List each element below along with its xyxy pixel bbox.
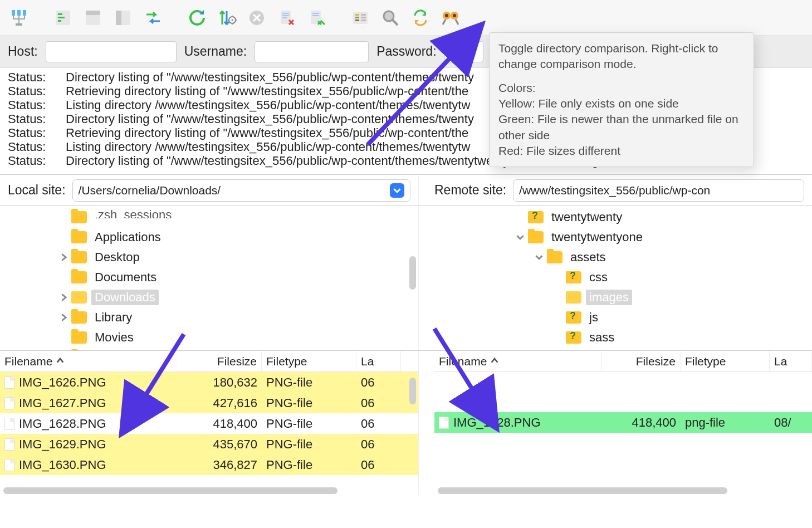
remote-site-select[interactable]: /www/testingsitex_556/public/wp-con: [513, 179, 804, 202]
tree-item[interactable]: Library: [0, 307, 418, 327]
file-row[interactable]: IMG_1627.PNG427,616PNG-file06: [0, 393, 418, 413]
tree-item[interactable]: twentytwenty: [419, 207, 812, 227]
file-name-cell: IMG_1626.PNG: [0, 375, 178, 390]
column-header[interactable]: Filesize: [601, 351, 680, 371]
svg-rect-20: [312, 13, 319, 14]
horizontal-scrollbar[interactable]: [434, 486, 812, 496]
expand-arrow-icon[interactable]: [57, 311, 70, 324]
column-header[interactable]: Filename: [434, 351, 601, 371]
folder-icon: [547, 251, 562, 263]
expand-arrow-icon[interactable]: [513, 211, 527, 224]
tree-item[interactable]: Desktop: [0, 247, 418, 267]
column-header[interactable]: Filesize: [178, 351, 262, 371]
svg-rect-18: [282, 17, 287, 18]
tree-item[interactable]: Applications: [0, 227, 418, 247]
remote-file-list[interactable]: FilenameFilesizeFiletypeLa IMG_1628.PNG4…: [419, 351, 812, 496]
file-modified: 06: [356, 417, 401, 431]
column-label: Filetype: [266, 355, 307, 368]
log-prefix: Status:: [8, 126, 52, 140]
tooltip-line: Colors:: [498, 81, 536, 94]
horizontal-scrollbar[interactable]: [0, 486, 418, 496]
expand-arrow-icon[interactable]: [57, 231, 70, 244]
tree-item[interactable]: sass: [419, 327, 812, 348]
expand-arrow-icon[interactable]: [551, 271, 565, 284]
file-row[interactable]: IMG_1629.PNG435,670PNG-file06: [0, 434, 418, 454]
expand-arrow-icon[interactable]: [513, 231, 527, 244]
column-header[interactable]: Filetype: [262, 351, 356, 371]
transfers-icon[interactable]: [141, 6, 165, 30]
tree-label: Applications: [91, 229, 164, 245]
tree-item[interactable]: Music: [0, 348, 418, 350]
expand-arrow-icon[interactable]: [551, 331, 565, 344]
tree-item[interactable]: Documents: [0, 267, 418, 287]
directory-compare-icon[interactable]: [379, 6, 402, 30]
expand-arrow-icon[interactable]: [532, 251, 546, 264]
file-row[interactable]: IMG_1628.PNG418,400png-file08/: [434, 412, 812, 433]
log-prefix: Status:: [8, 98, 52, 112]
file-row[interactable]: IMG_1628.PNG418,400PNG-file06: [0, 413, 418, 434]
tree-item[interactable]: Movies: [0, 327, 418, 348]
svg-point-32: [445, 14, 448, 17]
refresh-icon[interactable]: [185, 6, 208, 30]
svg-rect-9: [86, 11, 100, 15]
column-header[interactable]: La: [770, 351, 812, 371]
process-queue-icon[interactable]: [215, 6, 238, 30]
column-header[interactable]: Filetype: [681, 351, 770, 371]
file-type: PNG-file: [262, 396, 356, 410]
local-tree-icon[interactable]: [81, 6, 105, 30]
remote-tree-icon[interactable]: [111, 6, 135, 30]
file-row[interactable]: IMG_1630.PNG346,827PNG-file06: [0, 454, 418, 475]
local-file-list[interactable]: FilenameFilesizeFiletypeLa IMG_1626.PNG1…: [0, 351, 419, 496]
expand-arrow-icon[interactable]: [57, 251, 70, 264]
tree-item[interactable]: css: [419, 267, 812, 287]
svg-rect-23: [355, 14, 359, 16]
svg-point-13: [232, 19, 233, 21]
expand-arrow-icon[interactable]: [57, 331, 70, 344]
reconnect-icon[interactable]: [305, 6, 329, 30]
tree-item[interactable]: Downloads: [0, 287, 418, 307]
file-lists: FilenameFilesizeFiletypeLa IMG_1626.PNG1…: [0, 351, 812, 496]
tree-item[interactable]: assets: [419, 247, 812, 267]
host-input[interactable]: [46, 41, 177, 62]
svg-rect-28: [361, 19, 366, 21]
folder-icon: [71, 271, 87, 283]
expand-arrow-icon[interactable]: [57, 291, 70, 304]
dropdown-icon[interactable]: [390, 183, 404, 198]
file-type: PNG-file: [262, 458, 356, 472]
file-size: 346,827: [178, 458, 262, 472]
disconnect-icon[interactable]: [275, 6, 299, 30]
column-label: La: [361, 355, 374, 368]
remote-tree[interactable]: twentytwentytwentytwentyoneassetscssimag…: [419, 206, 812, 350]
local-site-select[interactable]: /Users/cornelia/Downloads/: [72, 179, 410, 202]
folder-icon: [566, 311, 581, 324]
tree-item[interactable]: twentytwentyone: [419, 227, 812, 247]
sitemanager-icon[interactable]: [8, 6, 31, 30]
svg-rect-25: [355, 19, 359, 21]
local-tree[interactable]: .zsh_sessionsApplicationsDesktopDocument…: [0, 206, 419, 350]
username-input[interactable]: [255, 41, 369, 62]
log-icon[interactable]: [51, 6, 75, 30]
folder-icon: [71, 291, 87, 304]
svg-rect-5: [58, 13, 62, 15]
expand-arrow-icon[interactable]: [57, 271, 70, 284]
sync-browse-icon[interactable]: [409, 6, 432, 30]
column-header[interactable]: Filename: [0, 351, 178, 371]
log-prefix: Status:: [8, 140, 52, 154]
file-name-cell: IMG_1629.PNG: [0, 437, 178, 452]
cancel-icon[interactable]: [245, 6, 268, 30]
expand-arrow-icon[interactable]: [551, 311, 565, 324]
tree-item[interactable]: js: [419, 307, 812, 327]
filter-icon[interactable]: [349, 6, 372, 30]
tree-item[interactable]: .zsh_sessions: [0, 207, 418, 227]
find-icon[interactable]: [439, 6, 462, 30]
column-header[interactable]: La: [356, 351, 401, 371]
file-row[interactable]: IMG_1626.PNG180,632PNG-file06: [0, 372, 418, 393]
expand-arrow-icon[interactable]: [57, 211, 70, 224]
file-name: IMG_1628.PNG: [453, 415, 541, 430]
file-type: png-file: [681, 415, 770, 430]
tree-item[interactable]: images: [419, 287, 812, 307]
sort-asc-icon: [490, 355, 499, 368]
password-input[interactable]: [444, 41, 483, 62]
expand-arrow-icon[interactable]: [551, 291, 565, 304]
svg-rect-34: [449, 15, 452, 17]
